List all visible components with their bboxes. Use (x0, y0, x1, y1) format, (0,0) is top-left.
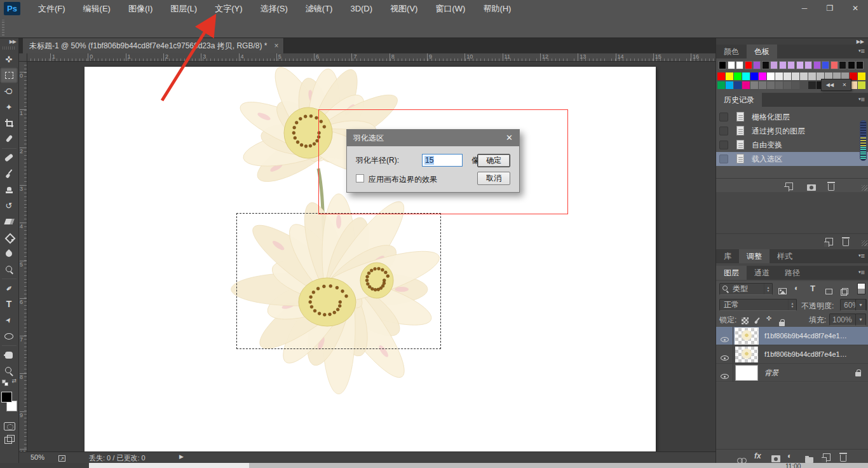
expand-icon[interactable]: ◀◀ (826, 79, 834, 90)
dock-collapse-icon[interactable]: ▶▶ (857, 39, 864, 45)
color-swatch[interactable] (792, 81, 799, 89)
color-swatch[interactable] (804, 61, 812, 69)
feather-radius-input[interactable]: 15 (422, 154, 463, 167)
colors-tab[interactable]: 颜色 (716, 45, 747, 59)
color-swatch[interactable] (808, 72, 816, 80)
eraser-tool[interactable] (0, 214, 18, 230)
maximize-button[interactable]: ❐ (824, 0, 836, 17)
status-arrow-icon[interactable]: ▶ (179, 453, 184, 460)
color-swatch[interactable] (728, 61, 735, 69)
color-swatch[interactable] (775, 81, 783, 89)
brush-tool[interactable] (0, 166, 18, 182)
history-source-well[interactable] (719, 113, 728, 121)
menu-type[interactable]: 文字(Y) (206, 0, 251, 17)
colors-tab[interactable]: 色板 (747, 45, 777, 59)
options-grip[interactable] (2, 20, 4, 36)
color-swatch[interactable] (717, 72, 725, 80)
export-icon[interactable]: ↗ (58, 455, 65, 462)
lock-position-icon[interactable]: ✜ (766, 315, 771, 322)
layer-name[interactable]: f1bf806b9b44cd8f7e4e1… (764, 327, 847, 345)
color-swatch[interactable] (775, 72, 783, 80)
color-swatch[interactable] (750, 81, 758, 89)
color-swatch[interactable] (750, 72, 758, 80)
new-item-icon[interactable] (825, 237, 833, 248)
ok-button[interactable]: 确定 (477, 154, 510, 167)
color-swatch[interactable] (808, 81, 816, 89)
document-tab[interactable]: 未标题-1 @ 50% (f1bf806b9b44cd8f7e4e1c97568… (23, 38, 284, 53)
color-swatch[interactable] (800, 81, 808, 89)
apply-canvas-bounds-checkbox[interactable] (356, 174, 364, 182)
menu-3d[interactable]: 3D(D) (341, 0, 381, 17)
clone-stamp-tool[interactable] (0, 182, 18, 198)
filter-toggle[interactable] (857, 283, 865, 297)
adjust-tab[interactable]: 调整 (739, 249, 770, 263)
layer-row[interactable]: 背景 (716, 364, 868, 382)
menu-window[interactable]: 窗口(W) (426, 0, 474, 17)
document-canvas[interactable] (85, 67, 656, 451)
color-swatch[interactable] (839, 61, 846, 69)
filter-smart-objects-icon[interactable] (841, 286, 848, 297)
new-layer-icon[interactable] (823, 452, 831, 464)
layers-tab[interactable]: 图层 (716, 266, 747, 280)
path-selection-tool[interactable]: ➤ (0, 312, 18, 328)
blur-tool[interactable] (0, 245, 18, 261)
layer-row[interactable]: f1bf806b9b44cd8f7e4e1… (716, 345, 868, 364)
layers-tab[interactable]: 路径 (777, 266, 808, 280)
history-source-well[interactable] (719, 155, 728, 163)
color-swatch[interactable] (767, 81, 775, 89)
history-item[interactable]: 载入选区 (716, 152, 868, 166)
link-layers-icon[interactable] (737, 454, 747, 465)
color-swatch[interactable] (796, 61, 804, 69)
color-swatch[interactable] (726, 72, 733, 80)
history-brush-tool[interactable]: ↺ (0, 198, 18, 214)
color-swatch[interactable] (734, 81, 742, 89)
layer-visibility-eye-icon[interactable] (721, 370, 729, 382)
color-swatch[interactable] (831, 61, 838, 69)
color-swatch[interactable] (762, 61, 770, 69)
layers-panel-menu-icon[interactable]: ▾≡ (858, 268, 865, 276)
layer-visibility-eye-icon[interactable] (721, 352, 729, 363)
zoom-level[interactable]: 50% (31, 453, 44, 461)
menu-image[interactable]: 图像(I) (119, 0, 161, 17)
color-swatch[interactable] (858, 81, 865, 89)
layers-tab[interactable]: 通道 (747, 266, 777, 280)
color-swatch[interactable] (800, 72, 808, 80)
opacity-caret-button[interactable]: ▾ (855, 299, 866, 311)
layer-thumbnail[interactable] (735, 347, 758, 362)
color-swatch[interactable] (813, 61, 821, 69)
layer-thumbnail[interactable] (735, 365, 758, 381)
color-swatch[interactable] (759, 72, 766, 80)
panel-resize-grip[interactable] (862, 240, 867, 246)
menu-filter[interactable]: 滤镜(T) (297, 0, 342, 17)
layer-visibility-eye-icon[interactable] (721, 333, 729, 345)
color-swatch[interactable] (745, 61, 752, 69)
history-item[interactable]: 栅格化图层 (716, 110, 868, 124)
layer-name[interactable]: 背景 (764, 364, 778, 382)
ellipse-tool[interactable] (0, 328, 18, 344)
lock-pixels-icon[interactable] (754, 315, 761, 327)
panel-mini-bar[interactable]: ◀◀ ✕ (821, 79, 851, 91)
swatches-panel-menu-icon[interactable]: ▾≡ (858, 47, 865, 55)
history-source-well[interactable] (719, 127, 728, 135)
toolbar-grip[interactable] (3, 46, 16, 50)
panel-resize-grip[interactable] (862, 185, 867, 191)
new-adjustment-layer-icon[interactable]: ◐ (787, 451, 792, 460)
menu-select[interactable]: 选择(S) (251, 0, 296, 17)
color-swatch[interactable] (848, 61, 855, 69)
minimize-button[interactable]: ─ (798, 0, 811, 17)
filter-pixel-layers-icon[interactable] (778, 286, 787, 297)
layer-thumbnail[interactable] (735, 328, 758, 344)
new-group-folder-icon[interactable] (805, 454, 813, 465)
quick-mask-button[interactable] (4, 422, 15, 430)
lasso-tool[interactable]: Ϙ (0, 83, 18, 99)
color-swatch[interactable] (858, 72, 865, 80)
history-panel-menu-icon[interactable]: ▾≡ (858, 95, 865, 103)
paint-bucket-tool[interactable] (0, 230, 18, 245)
color-swatch[interactable] (734, 72, 742, 80)
filter-type-layers-icon[interactable]: T (810, 284, 815, 293)
new-document-from-state-icon[interactable] (785, 181, 793, 193)
type-tool[interactable]: T (0, 296, 18, 312)
rectangular-marquee-tool[interactable] (0, 67, 18, 83)
menu-layer[interactable]: 图层(L) (161, 0, 206, 17)
fill-caret-button[interactable]: ▾ (855, 313, 866, 326)
